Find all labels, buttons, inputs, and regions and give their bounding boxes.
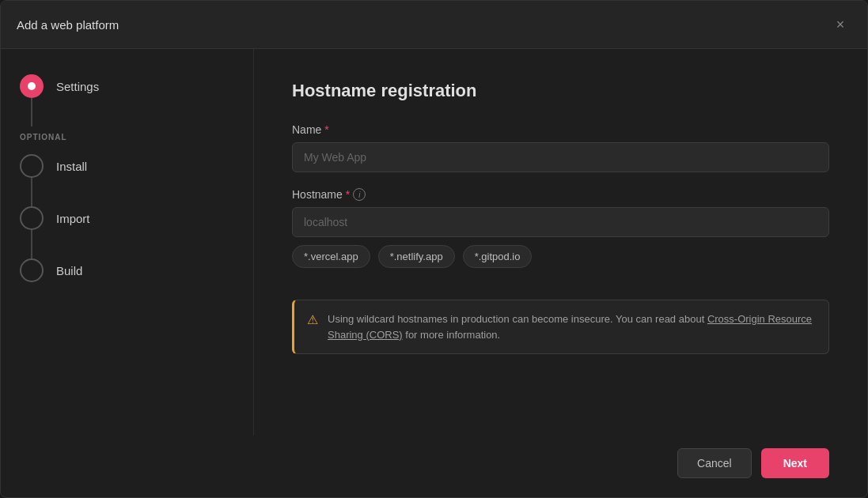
hostname-required-star: *	[346, 188, 350, 201]
add-web-platform-modal: Add a web platform × Settings OPTIONAL I…	[0, 0, 868, 498]
sidebar-item-settings[interactable]: Settings	[20, 74, 234, 98]
optional-section-label: OPTIONAL	[20, 133, 234, 141]
name-required-star: *	[324, 123, 328, 136]
modal-body: Settings OPTIONAL Install Import Build	[1, 49, 867, 436]
sidebar-item-import[interactable]: Import	[20, 206, 234, 230]
hostname-label: Hostname* i	[292, 188, 829, 201]
name-form-group: Name*	[292, 123, 829, 172]
step-circle-install	[20, 154, 44, 178]
step-connector-3	[31, 230, 32, 258]
close-button[interactable]: ×	[829, 13, 851, 36]
step-label-settings: Settings	[56, 80, 99, 93]
modal-footer: Cancel Next	[1, 436, 867, 497]
modal-title: Add a web platform	[17, 18, 119, 32]
section-title: Hostname registration	[292, 81, 829, 101]
hostname-chips: *.vercel.app *.netlify.app *.gitpod.io	[292, 245, 829, 268]
hostname-input[interactable]	[292, 207, 829, 237]
chip-gitpod[interactable]: *.gitpod.io	[463, 245, 533, 268]
cancel-button[interactable]: Cancel	[677, 448, 752, 478]
step-circle-import	[20, 206, 44, 230]
name-input[interactable]	[292, 142, 829, 172]
warning-icon: ⚠	[307, 312, 318, 327]
name-label: Name*	[292, 123, 829, 136]
modal-header: Add a web platform ×	[1, 1, 867, 49]
step-connector-2	[31, 178, 32, 206]
sidebar-item-build[interactable]: Build	[20, 258, 234, 282]
warning-box: ⚠ Using wildcard hostnames in production…	[292, 300, 829, 354]
hostname-form-group: Hostname* i *.vercel.app *.netlify.app *…	[292, 188, 829, 268]
main-content: Hostname registration Name* Hostname* i …	[254, 49, 867, 436]
step-label-import: Import	[56, 212, 90, 225]
step-label-build: Build	[56, 264, 82, 277]
step-circle-settings	[20, 74, 44, 98]
step-circle-build	[20, 258, 44, 282]
step-label-install: Install	[56, 160, 87, 173]
chip-vercel[interactable]: *.vercel.app	[292, 245, 370, 268]
step-connector-1	[31, 98, 32, 126]
close-icon: ×	[836, 17, 845, 33]
hostname-info-icon[interactable]: i	[353, 188, 366, 201]
sidebar-item-install[interactable]: Install	[20, 154, 234, 178]
chip-netlify[interactable]: *.netlify.app	[378, 245, 455, 268]
sidebar: Settings OPTIONAL Install Import Build	[1, 49, 254, 436]
next-button[interactable]: Next	[761, 448, 829, 478]
warning-text: Using wildcard hostnames in production c…	[328, 311, 816, 342]
